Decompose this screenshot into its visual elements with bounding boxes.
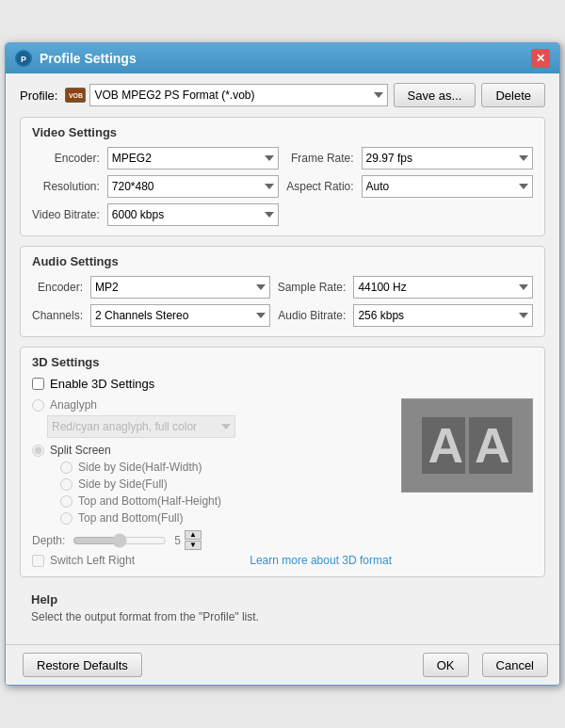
cancel-button[interactable]: Cancel	[482, 653, 548, 677]
top-bottom-full-row: Top and Bottom(Full)	[60, 511, 392, 525]
video-settings-section: Video Settings Encoder: MPEG2 Frame Rate…	[20, 117, 545, 236]
enable-3d-row: Enable 3D Settings	[32, 377, 533, 391]
aspect-ratio-label: Aspect Ratio:	[286, 180, 353, 193]
anaglyph-radio-row: Anaglyph	[32, 398, 392, 412]
help-text: Select the output format from the "Profi…	[31, 610, 534, 623]
depth-up-button[interactable]: ▲	[185, 530, 202, 540]
resolution-label: Resolution:	[32, 180, 100, 193]
title-bar: P Profile Settings ✕	[6, 43, 559, 73]
anaglyph-select: Red/cyan anaglyph, full color	[47, 415, 235, 438]
depth-value: 5	[174, 534, 181, 547]
audio-bitrate-label: Audio Bitrate:	[278, 309, 347, 322]
restore-defaults-button[interactable]: Restore Defaults	[23, 653, 142, 677]
close-button[interactable]: ✕	[531, 49, 550, 68]
depth-row: Depth: 5 ▲ ▼	[32, 530, 392, 550]
anaglyph-label[interactable]: Anaglyph	[50, 398, 97, 412]
top-bottom-half-label: Top and Bottom(Half-Height)	[78, 494, 221, 508]
audio-encoder-label: Encoder:	[32, 281, 83, 294]
profile-label: Profile:	[20, 89, 57, 103]
ok-button[interactable]: OK	[423, 653, 469, 677]
dialog-footer: Restore Defaults OK Cancel	[6, 644, 559, 685]
aa-left-letter: A	[422, 417, 465, 474]
audio-settings-title: Audio Settings	[32, 254, 533, 268]
help-section: Help Select the output format from the "…	[20, 587, 545, 629]
video-bitrate-select[interactable]: 6000 kbps	[107, 203, 279, 226]
video-settings-title: Video Settings	[32, 125, 533, 139]
depth-label: Depth:	[32, 534, 65, 547]
resolution-select[interactable]: 720*480	[107, 175, 279, 198]
profile-row: Profile: VOB VOB MPEG2 PS Format (*.vob)…	[20, 83, 545, 107]
anaglyph-radio[interactable]	[32, 399, 44, 412]
side-by-side-full-radio[interactable]	[60, 478, 73, 491]
threed-lower: Anaglyph Red/cyan anaglyph, full color S…	[32, 398, 533, 567]
profile-format-icon: VOB	[65, 88, 86, 103]
audio-settings-grid: Encoder: MP2 Sample Rate: 44100 Hz Chann…	[32, 276, 533, 327]
dialog-title: Profile Settings	[40, 51, 531, 66]
app-icon: P	[15, 50, 32, 67]
threed-settings-title: 3D Settings	[32, 355, 533, 369]
switch-left-right-checkbox[interactable]	[32, 555, 44, 567]
channels-label: Channels:	[32, 309, 83, 322]
channels-select[interactable]: 2 Channels Stereo	[90, 304, 270, 327]
side-by-side-half-radio[interactable]	[60, 461, 73, 474]
help-title: Help	[31, 592, 534, 607]
depth-slider[interactable]	[73, 533, 167, 548]
frame-rate-label: Frame Rate:	[286, 152, 353, 165]
profile-settings-dialog: P Profile Settings ✕ Profile: VOB VOB MP…	[5, 42, 560, 686]
sample-rate-label: Sample Rate:	[278, 281, 347, 294]
split-screen-label[interactable]: Split Screen	[50, 444, 111, 457]
split-screen-radio[interactable]	[32, 445, 44, 457]
audio-encoder-select[interactable]: MP2	[90, 276, 270, 299]
sample-rate-select[interactable]: 44100 Hz	[353, 276, 533, 299]
split-screen-radio-row: Split Screen	[32, 444, 392, 457]
delete-button[interactable]: Delete	[481, 83, 545, 107]
frame-rate-select[interactable]: 29.97 fps	[362, 147, 533, 170]
side-by-side-half-label: Side by Side(Half-Width)	[78, 461, 202, 474]
aspect-ratio-select[interactable]: Auto	[362, 175, 533, 198]
depth-spinner: ▲ ▼	[185, 530, 203, 550]
threed-preview: A A	[401, 398, 533, 493]
enable-3d-label[interactable]: Enable 3D Settings	[50, 377, 154, 391]
aa-right-letter: A	[469, 417, 512, 474]
video-settings-grid: Encoder: MPEG2 Frame Rate: 29.97 fps Res…	[32, 147, 533, 226]
enable-3d-checkbox[interactable]	[32, 378, 44, 390]
profile-select[interactable]: VOB MPEG2 PS Format (*.vob)	[89, 84, 387, 106]
switch-row: Switch Left Right Learn more about 3D fo…	[32, 554, 392, 567]
video-encoder-select[interactable]: MPEG2	[107, 147, 279, 170]
top-bottom-full-label: Top and Bottom(Full)	[78, 511, 183, 525]
side-by-side-full-row: Side by Side(Full)	[60, 477, 392, 491]
top-bottom-half-radio[interactable]	[60, 495, 73, 508]
save-as-button[interactable]: Save as...	[394, 83, 476, 107]
svg-text:P: P	[21, 55, 26, 64]
top-bottom-full-radio[interactable]	[60, 512, 73, 525]
aa-preview-text: A A	[422, 417, 511, 474]
dialog-body: Profile: VOB VOB MPEG2 PS Format (*.vob)…	[6, 73, 559, 644]
audio-bitrate-select[interactable]: 256 kbps	[353, 304, 533, 327]
learn-more-link[interactable]: Learn more about 3D format	[250, 554, 392, 567]
threed-settings-section: 3D Settings Enable 3D Settings Anaglyph …	[20, 347, 545, 577]
footer-right-buttons: OK Cancel	[417, 653, 548, 677]
side-by-side-half-row: Side by Side(Half-Width)	[60, 461, 392, 474]
encoder-label: Encoder:	[32, 152, 100, 165]
top-bottom-half-row: Top and Bottom(Half-Height)	[60, 494, 392, 508]
threed-left-panel: Anaglyph Red/cyan anaglyph, full color S…	[32, 398, 392, 567]
switch-left-right-label[interactable]: Switch Left Right	[50, 554, 135, 567]
side-by-side-full-label: Side by Side(Full)	[78, 477, 168, 491]
anaglyph-select-row: Red/cyan anaglyph, full color	[32, 415, 392, 438]
video-bitrate-label: Video Bitrate:	[32, 208, 100, 221]
depth-down-button[interactable]: ▼	[185, 541, 202, 550]
audio-settings-section: Audio Settings Encoder: MP2 Sample Rate:…	[20, 246, 545, 337]
split-screen-options: Side by Side(Half-Width) Side by Side(Fu…	[32, 461, 392, 525]
